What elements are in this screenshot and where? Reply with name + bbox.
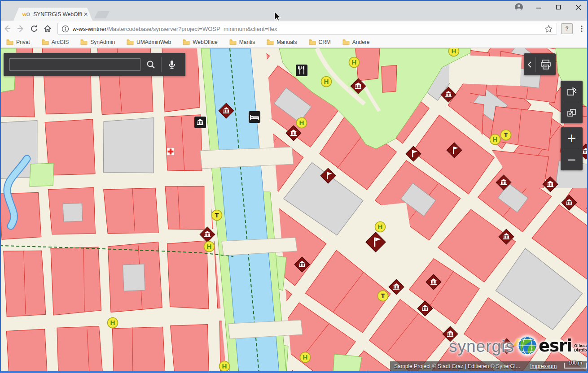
chevron-left-icon — [527, 61, 532, 68]
svg-text:T: T — [215, 211, 219, 219]
map-viewport[interactable]: + − synergis esri Offici — [0, 48, 588, 373]
attribution-text: Sample Project © Stadt Graz | Editieren … — [394, 363, 520, 369]
bookmark-star-icon[interactable] — [544, 25, 553, 33]
bookmark-label: SynAdmin — [90, 39, 115, 45]
map-canvas[interactable] — [0, 48, 588, 373]
synergis-logo: synergis — [449, 337, 524, 356]
layers-check-icon — [566, 107, 578, 119]
map-marker-tram-stop[interactable]: T — [211, 209, 223, 223]
map-marker-first-aid[interactable] — [166, 147, 175, 158]
bookmark-item-crm[interactable]: CRM — [309, 39, 331, 45]
basemap-icon — [566, 86, 578, 97]
zoom-panel: + − — [561, 127, 583, 170]
svg-text:H: H — [493, 135, 498, 143]
map-marker-museum[interactable] — [495, 173, 513, 193]
impressum-link[interactable]: Impressum — [530, 363, 557, 369]
back-icon[interactable] — [1, 22, 13, 35]
basemap-switch-button[interactable] — [561, 81, 583, 102]
folder-icon — [267, 39, 274, 45]
map-marker-bus-stop[interactable]: H — [295, 117, 308, 131]
zoom-out-button[interactable]: − — [561, 149, 583, 171]
bookmark-label: Manuals — [276, 39, 297, 45]
esri-logo-text: esri — [539, 336, 572, 356]
map-marker-bus-stop[interactable]: H — [348, 56, 360, 70]
extension-button[interactable]: ? — [561, 23, 573, 34]
bookmark-label: WebOffice — [193, 39, 218, 45]
map-marker-museum[interactable] — [439, 86, 457, 105]
address-bar[interactable]: w-ws-wintner/Mastercodebase/synserver?pr… — [57, 23, 557, 35]
menu-icon[interactable] — [575, 22, 588, 35]
navigation-bar: w-ws-wintner/Mastercodebase/synserver?pr… — [0, 21, 588, 37]
page-info-icon[interactable] — [61, 25, 69, 33]
svg-text:H: H — [299, 119, 304, 126]
browser-window: wO SYNERGIS WebOffice ✕ — [0, 0, 588, 373]
map-marker-bus-stop[interactable]: H — [374, 221, 386, 235]
voice-search-button[interactable] — [162, 54, 182, 75]
map-marker-flag[interactable] — [319, 167, 337, 186]
map-marker-bus-stop[interactable]: H — [218, 360, 231, 373]
svg-text:T: T — [504, 131, 508, 139]
tab-favicon-icon: wO — [22, 12, 30, 17]
bookmark-item-andere[interactable]: Andere — [342, 39, 370, 45]
bookmark-label: UMAdminWeb — [136, 39, 171, 45]
map-marker-museum[interactable] — [416, 299, 434, 319]
map-marker-restaurant[interactable] — [295, 64, 308, 78]
map-marker-tram-stop[interactable]: T — [377, 290, 389, 304]
browser-tab[interactable]: wO SYNERGIS WebOffice ✕ — [13, 8, 92, 21]
profile-icon[interactable] — [509, 0, 529, 14]
folder-icon — [42, 39, 49, 45]
map-marker-tram-stop[interactable]: T — [500, 129, 512, 143]
synergis-logo-text: synergis — [449, 337, 514, 356]
scale-bar: 100 m — [564, 363, 587, 369]
map-marker-bus-stop[interactable]: H — [203, 240, 215, 255]
map-marker-museum[interactable] — [217, 102, 235, 121]
bookmark-item-manuals[interactable]: Manuals — [267, 39, 297, 45]
layer-visibility-button[interactable] — [561, 102, 583, 123]
map-marker-museum[interactable] — [497, 228, 515, 247]
svg-text:H: H — [207, 243, 212, 250]
maximize-button[interactable] — [549, 0, 568, 14]
map-marker-museum[interactable] — [387, 278, 405, 298]
map-marker-bus-stop[interactable]: H — [448, 48, 460, 59]
map-marker-museum[interactable] — [425, 273, 443, 293]
search-input[interactable] — [9, 58, 140, 71]
microphone-icon — [167, 60, 177, 69]
bookmark-item-mantis[interactable]: Mantis — [229, 39, 255, 45]
map-marker-hotel[interactable] — [248, 111, 261, 125]
bookmark-item-privat[interactable]: Privat — [6, 39, 30, 45]
map-marker-museum[interactable] — [541, 175, 559, 195]
new-tab-button[interactable] — [94, 11, 110, 18]
folder-icon — [80, 39, 88, 45]
collapse-toolbar-button[interactable] — [524, 53, 535, 75]
search-button[interactable] — [140, 54, 161, 75]
close-window-button[interactable] — [568, 0, 588, 14]
folder-icon — [229, 39, 237, 45]
home-icon[interactable] — [41, 22, 54, 35]
forward-icon[interactable] — [14, 22, 27, 35]
map-status-bar: Sample Project © Stadt Graz | Editieren … — [390, 361, 587, 371]
bookmark-item-synadmin[interactable]: SynAdmin — [80, 39, 115, 45]
bookmark-label: Andere — [352, 39, 370, 45]
tab-close-icon[interactable]: ✕ — [82, 11, 92, 17]
map-marker-flag[interactable] — [404, 145, 422, 165]
map-marker-museum[interactable] — [560, 194, 578, 213]
svg-text:H: H — [452, 48, 456, 55]
bookmark-item-arcgis[interactable]: ArcGIS — [42, 39, 69, 45]
map-marker-museum[interactable] — [293, 256, 311, 275]
print-button[interactable] — [536, 53, 556, 75]
map-marker-museum-square[interactable] — [194, 116, 206, 130]
map-marker-bus-stop[interactable]: H — [299, 351, 312, 365]
bookmark-item-weboffice[interactable]: WebOffice — [183, 39, 218, 45]
map-marker-bus-stop[interactable]: H — [320, 75, 333, 90]
scale-label: 100 m — [568, 360, 582, 365]
map-marker-museum[interactable] — [349, 77, 367, 97]
minimize-button[interactable] — [529, 0, 549, 14]
reload-icon[interactable] — [28, 22, 40, 35]
zoom-in-button[interactable]: + — [561, 127, 583, 149]
zoom-in-icon: + — [567, 132, 577, 144]
folder-icon — [183, 39, 190, 45]
map-marker-flag[interactable] — [445, 141, 463, 161]
url-text: w-ws-wintner/Mastercodebase/synserver?pr… — [73, 26, 545, 32]
bookmark-item-umadminweb[interactable]: UMAdminWeb — [127, 39, 171, 45]
map-marker-bus-stop[interactable]: H — [106, 317, 119, 331]
